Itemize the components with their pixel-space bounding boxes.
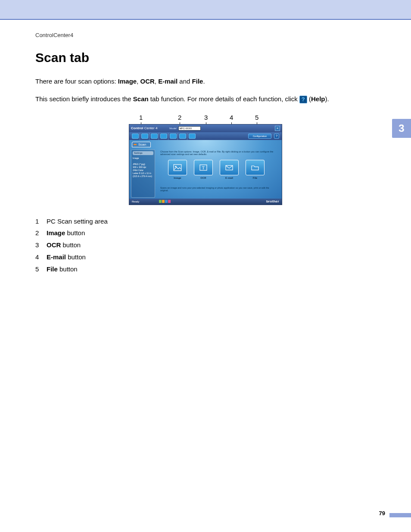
intro-sep2: , [155, 78, 158, 85]
scan-file-label: File [246, 177, 265, 179]
tab-support-icon[interactable] [179, 134, 186, 139]
svg-text:T: T [202, 165, 205, 170]
callout-3: 3 [204, 114, 208, 121]
scan-settings-panel: Settings Image JPEG (*.jpg) 300 x 300 dp… [131, 149, 155, 198]
intro2-part4: ). [325, 95, 329, 103]
intro-opt2: OCR [140, 78, 154, 85]
legend-bold-3: OCR [47, 241, 61, 249]
legend-row-5: 5File button [35, 263, 376, 275]
tab-pccopy-icon[interactable] [141, 134, 148, 139]
scan-ocr-button[interactable]: T OCR [194, 160, 213, 179]
svg-rect-0 [174, 164, 181, 170]
scan-file-button[interactable]: File [246, 160, 265, 179]
scan-buttons-row: Image T OCR E-mail File [168, 160, 265, 179]
breadcrumb: ControlCenter4 [35, 32, 376, 38]
configuration-button[interactable]: Configuration [248, 134, 271, 139]
chapter-tab: 3 [392, 119, 411, 138]
page-header-bar [0, 0, 411, 20]
intro-paragraph: There are four scan options: Image, OCR,… [35, 76, 376, 86]
callout-row: 1 2 3 4 5 [129, 114, 282, 124]
figure: 1 2 3 4 5 Control Center 4 Model MFC-XXX… [129, 114, 282, 205]
intro2-part2: tab function. For more details of each f… [149, 95, 299, 103]
legend-num-1: 1 [35, 215, 40, 227]
tab-scan-icon[interactable] [132, 134, 139, 139]
app-logo-rest: Center 4 [143, 126, 157, 130]
app-screenshot: Control Center 4 Model MFC-XXXX × Config… [129, 124, 282, 205]
legend-bold-2: Image [47, 229, 65, 236]
envelope-icon [225, 164, 234, 171]
model-dropdown[interactable]: MFC-XXXX [178, 126, 201, 131]
app-footer: Ready brother [129, 199, 282, 205]
app-titlebar: Control Center 4 Model MFC-XXXX × [129, 124, 282, 132]
help-icon: ? [299, 96, 307, 103]
scan-ocr-label: OCR [194, 177, 213, 179]
app-body: Scan Settings Image JPEG (*.jpg) 300 x 3… [129, 140, 282, 199]
folder-icon [251, 164, 259, 171]
page-content: ControlCenter4 Scan tab There are four s… [0, 20, 411, 275]
tab-pcfax-icon[interactable] [160, 134, 167, 139]
settings-header[interactable]: Settings [133, 151, 153, 155]
legend-bold-5: File [47, 265, 58, 273]
intro2-bold2: Help [311, 95, 325, 103]
intro-sep3: and [177, 78, 192, 85]
status-text: Ready [132, 200, 139, 203]
description-text: Scans an image and runs your pre-selecte… [160, 187, 277, 193]
tab-device-icon[interactable] [170, 134, 177, 139]
legend-text-1: PC Scan setting area [47, 215, 108, 227]
tab-photo-icon[interactable] [151, 134, 158, 139]
legend-num-4: 4 [35, 251, 40, 263]
legend-row-1: 1PC Scan setting area [35, 215, 376, 227]
scan-email-button[interactable]: E-mail [220, 160, 239, 179]
intro-paragraph-2: This section briefly introduces the Scan… [35, 94, 376, 104]
intro2-part3: ( [307, 95, 311, 103]
legend-list: 1PC Scan setting area 2Image button 3OCR… [35, 215, 376, 275]
intro-opt3: E-mail [158, 78, 177, 85]
intro-prefix: There are four scan options: [35, 78, 118, 85]
scan-image-button[interactable]: Image [168, 160, 187, 179]
callout-2: 2 [178, 114, 181, 121]
page-number-bar [389, 513, 411, 517]
intro2-part1: This section briefly introduces the [35, 95, 133, 103]
text-icon: T [199, 164, 208, 171]
app-logo-bold: Control [131, 126, 143, 130]
scan-image-label: Image [168, 177, 187, 179]
callout-4: 4 [230, 114, 233, 121]
legend-rest-2: button [65, 229, 85, 236]
intro-opt4: File [192, 78, 203, 85]
legend-rest-3: button [61, 241, 81, 249]
page-number: 79 [379, 510, 385, 516]
legend-num-5: 5 [35, 263, 40, 275]
legend-rest-5: button [58, 265, 78, 273]
intro-opt1: Image [118, 78, 137, 85]
scan-tab-label[interactable]: Scan [132, 142, 151, 147]
legend-row-2: 2Image button [35, 227, 376, 239]
intro2-bold1: Scan [133, 95, 149, 103]
brand-logo: brother [266, 199, 279, 203]
settings-text: Image JPEG (*.jpg) 300 x 300 dpi 24bit C… [133, 157, 152, 177]
help-button[interactable]: ? [274, 134, 279, 139]
legend-row-4: 4E-mail button [35, 251, 376, 263]
app-tabbar: Configuration ? [129, 132, 282, 140]
legend-rest-4: button [66, 253, 86, 261]
model-label: Model [169, 127, 176, 130]
page-title: Scan tab [35, 50, 376, 65]
tab-custom-icon[interactable] [189, 134, 196, 139]
scan-email-label: E-mail [220, 177, 239, 179]
picture-icon [173, 164, 182, 171]
legend-row-3: 3OCR button [35, 239, 376, 251]
callout-5: 5 [255, 114, 258, 121]
callout-1: 1 [139, 114, 143, 121]
legend-bold-4: E-mail [47, 253, 66, 261]
instruction-text: Choose from the Scan options: Image, OCR… [160, 150, 277, 156]
legend-num-3: 3 [35, 239, 40, 251]
close-icon[interactable]: × [275, 126, 280, 131]
ink-swatches [159, 200, 171, 203]
app-logo: Control Center 4 [131, 126, 157, 130]
intro-suffix: . [203, 78, 205, 85]
legend-num-2: 2 [35, 227, 40, 239]
svg-point-1 [175, 166, 176, 167]
